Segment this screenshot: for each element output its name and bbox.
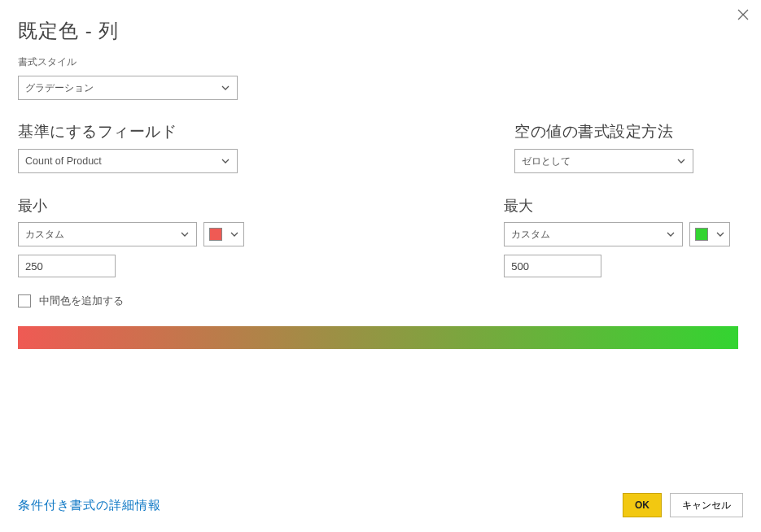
min-color-picker[interactable]	[203, 222, 244, 246]
max-value-input[interactable]	[504, 255, 601, 277]
base-field-select[interactable]: Count of Product	[18, 149, 238, 173]
min-label: 最小	[18, 196, 504, 216]
format-style-value: グラデーション	[25, 82, 94, 94]
add-middle-color-label: 中間色を追加する	[39, 294, 124, 308]
close-button[interactable]	[737, 8, 750, 21]
empty-format-label: 空の値の書式設定方法	[514, 121, 742, 142]
max-mode-value: カスタム	[511, 229, 550, 241]
min-color-swatch	[209, 228, 222, 241]
cancel-button[interactable]: キャンセル	[670, 493, 743, 517]
base-field-value: Count of Product	[25, 155, 102, 167]
max-color-swatch	[695, 228, 708, 241]
learn-more-link[interactable]: 条件付き書式の詳細情報	[18, 498, 161, 513]
base-field-label: 基準にするフィールド	[18, 121, 514, 142]
max-mode-select[interactable]: カスタム	[504, 222, 683, 246]
min-value-input[interactable]	[18, 255, 116, 277]
empty-format-select[interactable]: ゼロとして	[514, 149, 693, 173]
max-label: 最大	[504, 196, 743, 216]
format-style-label: 書式スタイル	[18, 55, 743, 69]
chevron-down-icon	[676, 156, 686, 166]
chevron-down-icon	[221, 156, 230, 166]
min-mode-select[interactable]: カスタム	[18, 222, 197, 246]
ok-button[interactable]: OK	[623, 493, 662, 517]
add-middle-color-checkbox[interactable]	[18, 294, 31, 307]
chevron-down-icon	[180, 229, 190, 239]
chevron-down-icon	[230, 229, 239, 239]
close-icon	[737, 8, 750, 21]
chevron-down-icon	[715, 229, 725, 239]
max-color-picker[interactable]	[689, 222, 730, 246]
gradient-preview	[18, 326, 738, 349]
min-mode-value: カスタム	[25, 229, 64, 241]
chevron-down-icon	[666, 229, 676, 239]
chevron-down-icon	[221, 83, 230, 93]
empty-format-value: ゼロとして	[522, 155, 571, 168]
format-style-select[interactable]: グラデーション	[18, 76, 238, 100]
dialog-title: 既定色 - 列	[18, 18, 743, 44]
